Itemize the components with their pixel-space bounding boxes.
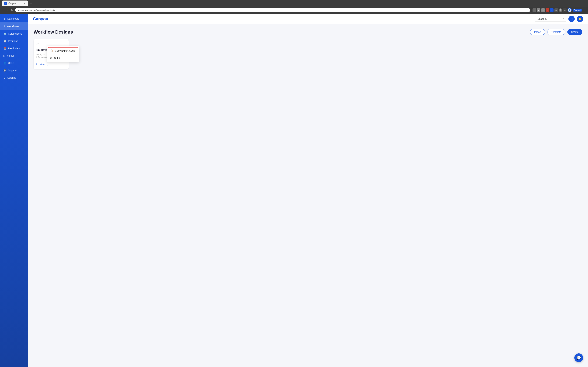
ext-icon-1[interactable]: ↑ <box>533 8 536 12</box>
sidebar-item-settings[interactable]: ⚙ Settings <box>0 74 28 82</box>
chat-button[interactable]: 💬 <box>574 353 583 362</box>
positions-icon: 📋 <box>3 40 6 42</box>
sidebar-item-positions[interactable]: 📋 Positions <box>0 37 28 45</box>
context-menu: 📋 Copy Export Code 🗑 Delete <box>47 46 79 62</box>
sidebar-item-dashboard[interactable]: ⊞ Dashboard <box>0 15 28 22</box>
reminders-icon: 📅 <box>3 47 6 50</box>
sidebar-label-support: Support <box>8 69 17 72</box>
sidebar-item-videos[interactable]: ▶ Videos <box>0 52 28 59</box>
nav-refresh-icon[interactable]: ↻ <box>10 8 14 12</box>
sidebar-item-workflows[interactable]: + Workflows <box>0 22 28 30</box>
sidebar-item-users[interactable]: 👤 Users <box>0 59 28 67</box>
paused-badge[interactable]: Paused <box>573 9 582 12</box>
delete-menu-item[interactable]: 🗑 Delete <box>47 55 79 61</box>
dashboard-icon: ⊞ <box>3 17 6 20</box>
copy-export-icon: 📋 <box>50 49 53 52</box>
sidebar-label-workflows: Workflows <box>7 25 19 28</box>
copy-export-label: Copy Export Code <box>55 49 75 52</box>
address-bar-row: ‹ › ↻ app.canyou.com.au/business/flow-de… <box>0 7 588 14</box>
support-icon: 💬 <box>3 69 6 72</box>
tab-title: Canyou <box>9 2 22 5</box>
workspace-name: Space X <box>537 17 561 20</box>
browser-tab[interactable]: C Canyou ✕ <box>2 0 28 6</box>
settings-icon: ⚙ <box>3 76 6 79</box>
certifications-icon: 🪪 <box>3 33 6 35</box>
main-content: Workflow Designs Import Template Create … <box>28 24 588 367</box>
top-right-area: Space X ▾ FI 🔔 <box>535 16 583 22</box>
sidebar-item-support[interactable]: 💬 Support <box>0 67 28 74</box>
sidebar-item-certifications[interactable]: 🪪 Certifications <box>0 30 28 37</box>
page-title: Workflow Designs <box>34 29 73 35</box>
sidebar-label-videos: Videos <box>7 54 15 57</box>
browser-more-icon[interactable]: ⋮ <box>583 2 586 5</box>
workspace-selector[interactable]: Space X ▾ <box>535 16 566 22</box>
import-button[interactable]: Import <box>530 29 545 35</box>
card-version: v2 <box>36 43 39 45</box>
delete-icon: 🗑 <box>50 57 52 60</box>
videos-icon: ▶ <box>3 55 5 57</box>
users-icon: 👤 <box>3 62 6 65</box>
workflow-grid: v2 ⋮ Employee Onboarding Bank, Tax, Supe… <box>34 39 582 69</box>
chevron-down-icon: ▾ <box>563 18 564 20</box>
ext-icon-profile[interactable]: 👤 <box>568 8 572 12</box>
page-header: Workflow Designs Import Template Create <box>34 29 582 35</box>
browser-chrome: C Canyou ✕ + ⋮ <box>0 0 588 7</box>
ext-icon-6[interactable]: M <box>554 8 558 12</box>
nav-back-icon[interactable]: ‹ <box>2 8 4 12</box>
ext-icon-3[interactable]: ⚙ <box>541 8 545 12</box>
browser-extension-icons: ↑ ★ ⚙ ! N M @ ⬡ 👤 Paused ⋮ <box>533 8 586 12</box>
copy-export-menu-item[interactable]: 📋 Copy Export Code <box>48 47 78 54</box>
sidebar-item-reminders[interactable]: 📅 Reminders <box>0 45 28 52</box>
create-button[interactable]: Create <box>567 29 582 35</box>
new-tab-button[interactable]: + <box>30 1 32 5</box>
tab-close-icon[interactable]: ✕ <box>24 2 26 5</box>
ext-icon-5[interactable]: N <box>550 8 553 12</box>
top-bar: Canyou. Space X ▾ FI 🔔 <box>28 14 588 24</box>
workflow-card: v2 ⋮ Employee Onboarding Bank, Tax, Supe… <box>34 39 69 69</box>
header-actions: Import Template Create <box>530 29 582 35</box>
nav-forward-icon[interactable]: › <box>6 8 9 12</box>
notification-bell-button[interactable]: 🔔 <box>577 16 583 22</box>
view-button[interactable]: View <box>36 62 48 67</box>
ext-icon-4[interactable]: ! <box>546 8 549 12</box>
ext-icon-7[interactable]: @ <box>559 8 562 12</box>
sidebar-label-positions: Positions <box>8 40 18 42</box>
avatar[interactable]: FI <box>568 16 575 22</box>
sidebar-label-reminders: Reminders <box>8 47 20 50</box>
sidebar-label-settings: Settings <box>7 76 16 79</box>
sidebar-label-dashboard: Dashboard <box>7 17 19 20</box>
logo: Canyou. <box>33 17 50 21</box>
ext-icon-2[interactable]: ★ <box>537 8 540 12</box>
sidebar-label-certifications: Certifications <box>8 32 22 35</box>
browser-menu-icon[interactable]: ⋮ <box>583 8 586 12</box>
sidebar-label-users: Users <box>8 62 15 65</box>
sidebar: ⊞ Dashboard + Workflows 🪪 Certifications… <box>0 14 28 367</box>
tab-favicon: C <box>4 2 7 5</box>
address-bar[interactable]: app.canyou.com.au/business/flow-designs <box>15 8 530 12</box>
delete-label: Delete <box>54 57 61 60</box>
template-button[interactable]: Template <box>547 29 565 35</box>
workflows-icon: + <box>3 25 5 28</box>
ext-icon-8[interactable]: ⬡ <box>563 8 567 12</box>
